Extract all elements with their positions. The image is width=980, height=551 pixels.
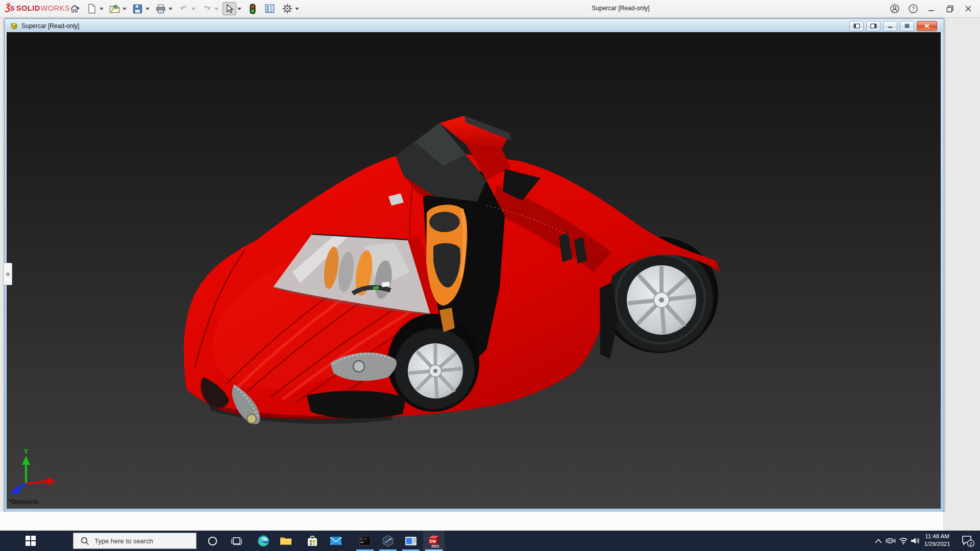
taskbar-file-explorer-button[interactable] <box>279 531 293 551</box>
solidworks-year-badge: 2021 <box>431 544 439 548</box>
minimize-icon <box>928 5 935 12</box>
taskbar-media-app-button[interactable] <box>404 531 418 551</box>
redo-button[interactable] <box>200 2 213 16</box>
search-placeholder: Type here to search <box>94 537 153 545</box>
restore-button[interactable] <box>942 2 958 16</box>
command-prompt-icon: C:\ <box>359 536 371 546</box>
undo-button[interactable] <box>177 2 190 16</box>
dassault-3ds-glyph: Ǯs <box>5 3 14 13</box>
cortana-button[interactable] <box>203 531 222 551</box>
brand-works: WORKS <box>41 4 70 12</box>
redo-dropdown[interactable] <box>213 2 219 16</box>
new-document-icon <box>87 4 96 14</box>
main-toolbar <box>67 1 300 16</box>
close-icon <box>965 5 972 12</box>
solidworks-2021-icon: SW 2021 <box>427 534 440 547</box>
media-app-icon <box>405 536 417 546</box>
redo-icon <box>202 5 212 13</box>
print-button[interactable] <box>154 2 167 16</box>
triad-y-label: Y <box>24 448 28 455</box>
pane-tab-dot-icon <box>6 272 10 276</box>
supercar-model[interactable] <box>184 116 720 424</box>
taskbar-store-button[interactable] <box>305 531 320 551</box>
file-explorer-icon <box>280 536 292 546</box>
screen: Ǯs SOLID WORKS <box>0 0 980 551</box>
mail-icon <box>330 536 342 545</box>
document-close-icon <box>924 23 930 29</box>
open-icon <box>109 4 120 14</box>
undo-dropdown[interactable] <box>190 2 196 16</box>
assembly-document-icon <box>10 22 18 30</box>
taskbar-mail-button[interactable] <box>329 531 343 551</box>
new-document-button[interactable] <box>85 2 99 16</box>
save-button[interactable] <box>131 2 144 16</box>
options-dropdown[interactable] <box>294 2 300 16</box>
feature-pane-collapse-tab[interactable] <box>4 263 12 285</box>
command-prompt-label: C:\ <box>360 537 367 541</box>
account-button[interactable] <box>887 2 902 16</box>
close-button[interactable] <box>961 2 976 16</box>
save-icon <box>133 4 142 14</box>
document-minimize-icon <box>887 23 893 29</box>
document-restore-button[interactable] <box>900 21 914 31</box>
tray-wifi-button[interactable] <box>897 531 910 551</box>
taskbar-solidworks-button[interactable]: SW 2021 <box>427 531 441 551</box>
open-button[interactable] <box>108 2 121 16</box>
options-button[interactable] <box>280 2 294 16</box>
document-title: Supercar [Read-only] <box>21 22 79 30</box>
svg-text:?: ? <box>912 6 915 12</box>
new-document-dropdown[interactable] <box>99 2 104 16</box>
notification-badge: 2 <box>969 541 972 546</box>
document-titlebar[interactable]: Supercar [Read-only] <box>5 19 943 32</box>
print-dropdown[interactable] <box>167 2 173 16</box>
task-view-icon <box>231 536 242 545</box>
taskbar-search-input[interactable]: Type here to search <box>73 533 197 549</box>
restore-icon <box>946 5 954 13</box>
start-button[interactable] <box>20 531 41 551</box>
save-dropdown[interactable] <box>144 2 150 16</box>
wifi-icon <box>899 537 908 544</box>
tray-meet-now-button[interactable] <box>884 531 897 551</box>
action-center-button[interactable]: 2 <box>959 531 977 551</box>
app-titlebar: Ǯs SOLID WORKS <box>0 0 980 18</box>
home-button[interactable] <box>67 2 81 16</box>
tray-volume-button[interactable] <box>909 531 922 551</box>
clock-date: 1/29/2021 <box>922 540 952 548</box>
file-properties-button[interactable] <box>263 2 277 16</box>
task-view-button[interactable] <box>227 531 246 551</box>
minimize-button[interactable] <box>924 2 939 16</box>
rebuild-button[interactable] <box>246 2 259 16</box>
select-dropdown[interactable] <box>236 2 242 16</box>
triad-x-label: x <box>59 479 62 485</box>
app-window-controls: ? <box>887 0 976 17</box>
brand-solid: SOLID <box>16 4 40 12</box>
windows-start-icon <box>26 536 36 546</box>
document-window-controls <box>849 21 937 31</box>
search-icon <box>81 537 89 545</box>
document-minimize-button[interactable] <box>883 21 897 31</box>
account-icon <box>890 4 900 14</box>
show-left-pane-button[interactable] <box>849 21 864 31</box>
volume-icon <box>911 537 920 545</box>
viewport-3d[interactable]: Y x *Dimetric <box>7 32 941 509</box>
open-dropdown[interactable] <box>121 2 127 16</box>
file-properties-icon <box>265 4 275 13</box>
tray-clock[interactable]: 11:48 AM 1/29/2021 <box>922 533 952 549</box>
taskbar-command-prompt-button[interactable]: C:\ <box>358 531 372 551</box>
document-window: Supercar [Read-only] <box>4 18 944 512</box>
options-gear-icon <box>282 4 292 14</box>
cortana-icon <box>208 536 217 546</box>
supercar-scene: Y x <box>7 32 941 509</box>
document-close-button[interactable] <box>917 21 937 31</box>
taskbar-hexagon-app-button[interactable] <box>381 531 395 551</box>
reference-triad: Y x <box>10 448 62 494</box>
taskbar: Type here to search C:\ <box>0 531 980 551</box>
select-button[interactable] <box>223 2 236 15</box>
undo-icon <box>179 5 189 13</box>
rebuild-traffic-light-icon <box>250 4 256 14</box>
taskbar-edge-button[interactable] <box>256 531 271 551</box>
help-button[interactable]: ? <box>905 2 921 16</box>
show-right-pane-button[interactable] <box>866 21 880 31</box>
edge-icon <box>257 535 270 547</box>
right-pane-icon <box>870 23 877 29</box>
